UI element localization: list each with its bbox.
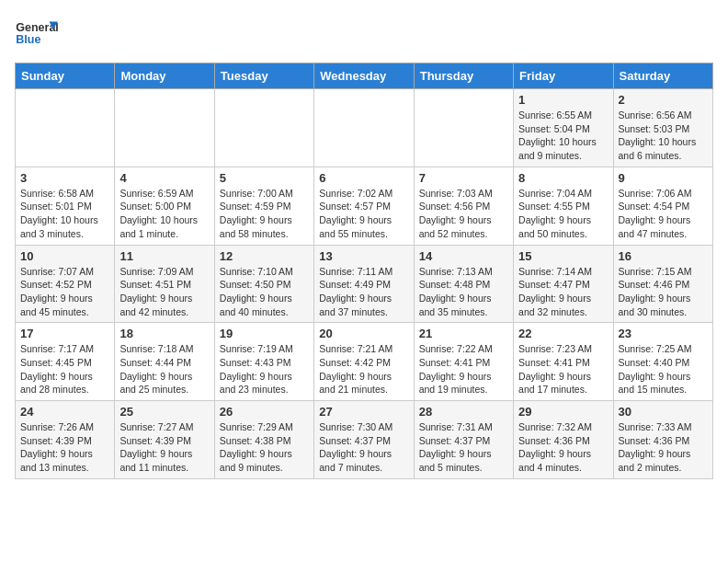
- day-info: Sunrise: 7:07 AM Sunset: 4:52 PM Dayligh…: [20, 265, 109, 319]
- day-info: Sunrise: 7:33 AM Sunset: 4:36 PM Dayligh…: [619, 420, 708, 475]
- day-cell: [414, 89, 513, 167]
- day-info: Sunrise: 7:19 AM Sunset: 4:43 PM Dayligh…: [220, 342, 309, 396]
- day-number: 13: [319, 249, 408, 263]
- day-number: 14: [419, 249, 508, 263]
- day-number: 20: [319, 327, 408, 340]
- day-cell: 4Sunrise: 6:59 AM Sunset: 5:00 PM Daylig…: [115, 167, 214, 245]
- day-info: Sunrise: 7:06 AM Sunset: 4:54 PM Dayligh…: [619, 187, 708, 241]
- week-row-4: 17Sunrise: 7:17 AM Sunset: 4:45 PM Dayli…: [16, 323, 713, 401]
- day-number: 23: [619, 327, 708, 340]
- day-info: Sunrise: 7:11 AM Sunset: 4:49 PM Dayligh…: [319, 265, 408, 319]
- day-cell: 5Sunrise: 7:00 AM Sunset: 4:59 PM Daylig…: [214, 167, 313, 245]
- header-friday: Friday: [514, 63, 613, 89]
- day-cell: 22Sunrise: 7:23 AM Sunset: 4:41 PM Dayli…: [514, 323, 613, 401]
- day-cell: 24Sunrise: 7:26 AM Sunset: 4:39 PM Dayli…: [16, 401, 115, 479]
- calendar-header-row: SundayMondayTuesdayWednesdayThursdayFrid…: [16, 63, 713, 89]
- day-info: Sunrise: 7:30 AM Sunset: 4:37 PM Dayligh…: [319, 420, 408, 475]
- day-info: Sunrise: 7:27 AM Sunset: 4:39 PM Dayligh…: [119, 420, 209, 475]
- day-number: 19: [220, 327, 309, 340]
- day-cell: [16, 89, 115, 167]
- day-info: Sunrise: 7:04 AM Sunset: 4:55 PM Dayligh…: [518, 187, 608, 241]
- day-info: Sunrise: 7:25 AM Sunset: 4:40 PM Dayligh…: [619, 342, 708, 396]
- day-info: Sunrise: 7:22 AM Sunset: 4:41 PM Dayligh…: [419, 342, 508, 396]
- day-number: 22: [518, 327, 608, 340]
- day-cell: 17Sunrise: 7:17 AM Sunset: 4:45 PM Dayli…: [16, 323, 115, 401]
- day-info: Sunrise: 7:10 AM Sunset: 4:50 PM Dayligh…: [220, 265, 309, 319]
- day-number: 1: [518, 93, 608, 107]
- week-row-1: 1Sunrise: 6:55 AM Sunset: 5:04 PM Daylig…: [16, 89, 713, 167]
- day-info: Sunrise: 7:15 AM Sunset: 4:46 PM Dayligh…: [619, 265, 708, 319]
- day-number: 8: [518, 171, 608, 185]
- day-cell: 13Sunrise: 7:11 AM Sunset: 4:49 PM Dayli…: [314, 245, 414, 323]
- header-saturday: Saturday: [613, 63, 712, 89]
- day-number: 25: [119, 405, 209, 419]
- day-cell: [314, 89, 414, 167]
- day-cell: 6Sunrise: 7:02 AM Sunset: 4:57 PM Daylig…: [314, 167, 414, 245]
- page-header: GeneralBlue: [15, 15, 713, 52]
- day-number: 9: [619, 171, 708, 185]
- day-info: Sunrise: 7:17 AM Sunset: 4:45 PM Dayligh…: [20, 342, 109, 396]
- day-info: Sunrise: 7:32 AM Sunset: 4:36 PM Dayligh…: [518, 420, 608, 475]
- day-cell: 8Sunrise: 7:04 AM Sunset: 4:55 PM Daylig…: [514, 167, 613, 245]
- day-cell: 7Sunrise: 7:03 AM Sunset: 4:56 PM Daylig…: [414, 167, 513, 245]
- day-info: Sunrise: 7:21 AM Sunset: 4:42 PM Dayligh…: [319, 342, 408, 396]
- day-number: 27: [319, 405, 408, 419]
- day-cell: [115, 89, 214, 167]
- day-cell: 21Sunrise: 7:22 AM Sunset: 4:41 PM Dayli…: [414, 323, 513, 401]
- day-info: Sunrise: 7:13 AM Sunset: 4:48 PM Dayligh…: [419, 265, 508, 319]
- day-number: 12: [220, 249, 309, 263]
- day-info: Sunrise: 7:18 AM Sunset: 4:44 PM Dayligh…: [119, 342, 209, 396]
- day-cell: [214, 89, 313, 167]
- day-cell: 14Sunrise: 7:13 AM Sunset: 4:48 PM Dayli…: [414, 245, 513, 323]
- day-number: 5: [220, 171, 309, 185]
- day-number: 28: [419, 405, 508, 419]
- day-number: 18: [119, 327, 209, 340]
- day-cell: 27Sunrise: 7:30 AM Sunset: 4:37 PM Dayli…: [314, 401, 414, 479]
- day-info: Sunrise: 6:59 AM Sunset: 5:00 PM Dayligh…: [119, 187, 209, 241]
- day-cell: 12Sunrise: 7:10 AM Sunset: 4:50 PM Dayli…: [214, 245, 313, 323]
- day-cell: 26Sunrise: 7:29 AM Sunset: 4:38 PM Dayli…: [214, 401, 313, 479]
- day-number: 6: [319, 171, 408, 185]
- day-info: Sunrise: 7:02 AM Sunset: 4:57 PM Dayligh…: [319, 187, 408, 241]
- day-info: Sunrise: 7:29 AM Sunset: 4:38 PM Dayligh…: [220, 420, 309, 475]
- day-info: Sunrise: 7:23 AM Sunset: 4:41 PM Dayligh…: [518, 342, 608, 396]
- header-tuesday: Tuesday: [214, 63, 313, 89]
- day-cell: 19Sunrise: 7:19 AM Sunset: 4:43 PM Dayli…: [214, 323, 313, 401]
- header-wednesday: Wednesday: [314, 63, 414, 89]
- day-info: Sunrise: 7:09 AM Sunset: 4:51 PM Dayligh…: [119, 265, 209, 319]
- day-cell: 3Sunrise: 6:58 AM Sunset: 5:01 PM Daylig…: [16, 167, 115, 245]
- day-info: Sunrise: 7:00 AM Sunset: 4:59 PM Dayligh…: [220, 187, 309, 241]
- day-cell: 29Sunrise: 7:32 AM Sunset: 4:36 PM Dayli…: [514, 401, 613, 479]
- week-row-2: 3Sunrise: 6:58 AM Sunset: 5:01 PM Daylig…: [16, 167, 713, 245]
- day-cell: 25Sunrise: 7:27 AM Sunset: 4:39 PM Dayli…: [115, 401, 214, 479]
- header-monday: Monday: [115, 63, 214, 89]
- svg-text:Blue: Blue: [16, 33, 40, 46]
- day-number: 3: [20, 171, 109, 185]
- header-thursday: Thursday: [414, 63, 513, 89]
- week-row-5: 24Sunrise: 7:26 AM Sunset: 4:39 PM Dayli…: [16, 401, 713, 479]
- calendar-table: SundayMondayTuesdayWednesdayThursdayFrid…: [15, 63, 713, 479]
- day-cell: 18Sunrise: 7:18 AM Sunset: 4:44 PM Dayli…: [115, 323, 214, 401]
- week-row-3: 10Sunrise: 7:07 AM Sunset: 4:52 PM Dayli…: [16, 245, 713, 323]
- day-number: 26: [220, 405, 309, 419]
- day-number: 2: [619, 93, 708, 107]
- day-number: 24: [20, 405, 109, 419]
- day-number: 10: [20, 249, 109, 263]
- day-cell: 23Sunrise: 7:25 AM Sunset: 4:40 PM Dayli…: [613, 323, 712, 401]
- day-info: Sunrise: 6:55 AM Sunset: 5:04 PM Dayligh…: [518, 109, 608, 163]
- day-cell: 11Sunrise: 7:09 AM Sunset: 4:51 PM Dayli…: [115, 245, 214, 323]
- day-cell: 15Sunrise: 7:14 AM Sunset: 4:47 PM Dayli…: [514, 245, 613, 323]
- day-number: 29: [518, 405, 608, 419]
- day-info: Sunrise: 7:26 AM Sunset: 4:39 PM Dayligh…: [20, 420, 109, 475]
- day-cell: 20Sunrise: 7:21 AM Sunset: 4:42 PM Dayli…: [314, 323, 414, 401]
- day-info: Sunrise: 7:31 AM Sunset: 4:37 PM Dayligh…: [419, 420, 508, 475]
- day-number: 11: [119, 249, 209, 263]
- day-number: 15: [518, 249, 608, 263]
- header-sunday: Sunday: [16, 63, 115, 89]
- day-number: 7: [419, 171, 508, 185]
- logo-svg: GeneralBlue: [15, 15, 61, 52]
- day-info: Sunrise: 7:03 AM Sunset: 4:56 PM Dayligh…: [419, 187, 508, 241]
- day-info: Sunrise: 6:56 AM Sunset: 5:03 PM Dayligh…: [619, 109, 708, 163]
- logo: GeneralBlue: [15, 15, 61, 52]
- day-cell: 28Sunrise: 7:31 AM Sunset: 4:37 PM Dayli…: [414, 401, 513, 479]
